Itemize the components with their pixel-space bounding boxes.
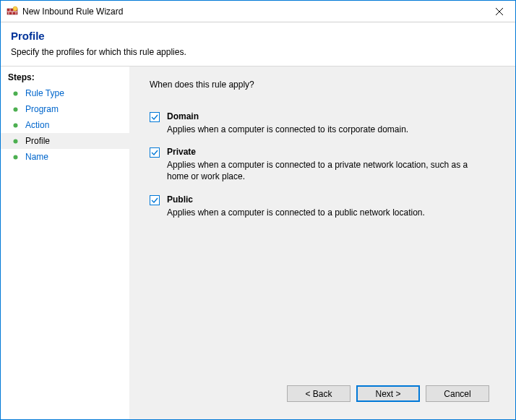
steps-heading: Steps: bbox=[1, 71, 129, 85]
close-icon bbox=[496, 8, 503, 15]
step-label: Name bbox=[25, 152, 48, 162]
close-button[interactable] bbox=[483, 1, 515, 22]
svg-point-11 bbox=[13, 91, 17, 95]
wizard-header: Profile Specify the profiles for which t… bbox=[1, 22, 515, 67]
wizard-button-row: < Back Next > Cancel bbox=[150, 378, 501, 412]
profile-question: When does this rule apply? bbox=[150, 80, 501, 90]
check-icon bbox=[150, 113, 159, 121]
profile-option-name: Domain bbox=[167, 111, 501, 121]
step-item[interactable]: Rule Type bbox=[1, 85, 129, 101]
step-label: Profile bbox=[25, 136, 50, 146]
step-item[interactable]: Action bbox=[1, 117, 129, 133]
svg-point-12 bbox=[13, 107, 17, 111]
steps-sidebar: Steps: Rule TypeProgramActionProfileName bbox=[1, 67, 129, 419]
step-label: Program bbox=[25, 104, 59, 114]
profile-checkbox[interactable] bbox=[150, 112, 160, 122]
page-subtitle: Specify the profiles for which this rule… bbox=[11, 47, 505, 57]
profile-option: PrivateApplies when a computer is connec… bbox=[150, 147, 501, 182]
step-item[interactable]: Name bbox=[1, 149, 129, 165]
cancel-button[interactable]: Cancel bbox=[426, 385, 489, 402]
step-label: Action bbox=[25, 120, 49, 130]
step-bullet-icon bbox=[11, 155, 20, 160]
back-button[interactable]: < Back bbox=[287, 385, 351, 402]
step-bullet-icon bbox=[11, 91, 20, 96]
step-bullet-icon bbox=[11, 123, 20, 128]
step-bullet-icon bbox=[11, 107, 20, 112]
step-item[interactable]: Program bbox=[1, 101, 129, 117]
page-title: Profile bbox=[11, 30, 505, 42]
svg-point-13 bbox=[13, 123, 17, 127]
svg-point-15 bbox=[13, 155, 17, 159]
profile-option-name: Private bbox=[167, 147, 501, 157]
svg-point-8 bbox=[13, 7, 17, 11]
step-bullet-icon bbox=[11, 139, 20, 144]
firewall-icon bbox=[7, 6, 18, 17]
window-title: New Inbound Rule Wizard bbox=[22, 7, 123, 17]
step-item: Profile bbox=[1, 133, 129, 149]
check-icon bbox=[150, 148, 159, 157]
check-icon bbox=[150, 196, 159, 205]
profile-checkbox[interactable] bbox=[150, 195, 160, 205]
profile-checkbox[interactable] bbox=[150, 147, 160, 158]
svg-point-14 bbox=[13, 139, 17, 143]
profile-option-description: Applies when a computer is connected to … bbox=[167, 124, 478, 135]
next-button[interactable]: Next > bbox=[356, 385, 420, 402]
profile-option-description: Applies when a computer is connected to … bbox=[167, 159, 478, 182]
titlebar: New Inbound Rule Wizard bbox=[1, 1, 515, 22]
wizard-body: Steps: Rule TypeProgramActionProfileName… bbox=[1, 67, 515, 419]
profile-option: PublicApplies when a computer is connect… bbox=[150, 194, 501, 218]
profile-option-description: Applies when a computer is connected to … bbox=[167, 207, 478, 218]
step-label: Rule Type bbox=[25, 88, 64, 98]
profile-option-name: Public bbox=[167, 194, 501, 205]
profile-option: DomainApplies when a computer is connect… bbox=[150, 111, 501, 135]
wizard-main: When does this rule apply? DomainApplies… bbox=[129, 67, 515, 419]
